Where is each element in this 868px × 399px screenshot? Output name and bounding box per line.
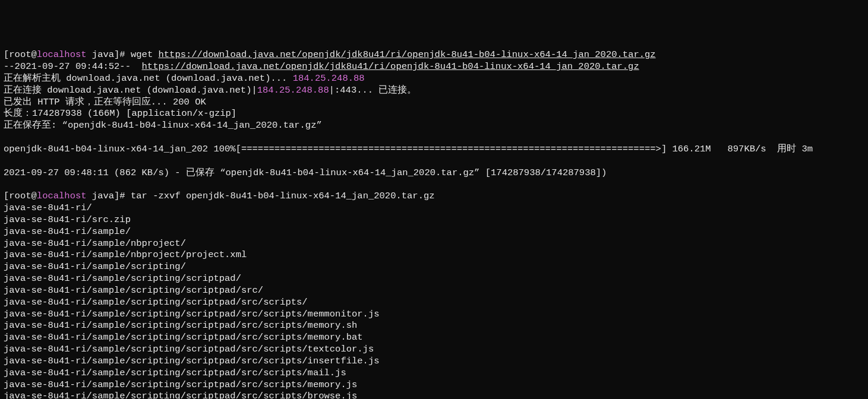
terminal-output[interactable]: [root@localhost java]# wget https://down…	[4, 49, 864, 399]
wget-connect-ip: 184.25.248.88	[257, 85, 329, 96]
blank-line-2	[4, 156, 864, 167]
wget-line-progress: openjdk-8u41-b04-linux-x64-14_jan_202 10…	[4, 144, 864, 156]
prompt-user: root	[9, 49, 31, 60]
tar-entry: java-se-8u41-ri/	[4, 202, 92, 213]
tar-entry: java-se-8u41-ri/sample/scripting/scriptp…	[4, 332, 363, 343]
wget-line-ts: --2021-09-27 09:44:52-- https://download…	[4, 61, 864, 73]
blank-line-1	[4, 132, 864, 144]
tar-entry: java-se-8u41-ri/sample/scripting/scriptp…	[4, 297, 308, 308]
tar-line-8: java-se-8u41-ri/sample/scripting/scriptp…	[4, 297, 864, 309]
wget-length: 长度：174287938 (166M) [application/x-gzip]	[4, 108, 236, 119]
prompt-at: @	[31, 191, 37, 201]
tar-entry: java-se-8u41-ri/sample/scripting/scriptp…	[4, 344, 374, 354]
tar-line-7: java-se-8u41-ri/sample/scripting/scriptp…	[4, 285, 864, 297]
prompt-host: localhost	[37, 49, 87, 60]
wget-line-connect: 正在连接 download.java.net (download.java.ne…	[4, 85, 864, 97]
tar-line-4: java-se-8u41-ri/sample/nbproject/project…	[4, 249, 864, 261]
tar-entry: java-se-8u41-ri/sample/scripting/	[4, 261, 186, 272]
tar-entry: java-se-8u41-ri/sample/scripting/scriptp…	[4, 356, 380, 366]
wget-line-length: 长度：174287938 (166M) [application/x-gzip]	[4, 108, 864, 120]
prompt-dir: java]#	[87, 191, 131, 201]
tar-line-13: java-se-8u41-ri/sample/scripting/scriptp…	[4, 356, 864, 368]
wget-line-http: 已发出 HTTP 请求，正在等待回应... 200 OK	[4, 97, 864, 109]
prompt-user: root	[9, 191, 31, 201]
tar-line-6: java-se-8u41-ri/sample/scripting/scriptp…	[4, 273, 864, 285]
wget-http-status: 已发出 HTTP 请求，正在等待回应... 200 OK	[4, 97, 206, 107]
prompt-dir: java]#	[87, 49, 131, 60]
tar-entry: java-se-8u41-ri/sample/scripting/scriptp…	[4, 379, 357, 390]
wget-connect-post: |:443... 已连接。	[329, 85, 417, 96]
tar-line-16: java-se-8u41-ri/sample/scripting/scriptp…	[4, 391, 864, 399]
tar-entry: java-se-8u41-ri/sample/scripting/scriptp…	[4, 368, 346, 378]
prompt-host: localhost	[37, 191, 87, 201]
prompt-at: @	[31, 49, 37, 60]
blank	[4, 156, 9, 166]
prompt-open: [	[4, 49, 9, 60]
tar-line-1: java-se-8u41-ri/src.zip	[4, 214, 864, 226]
command-text: wget	[131, 49, 159, 60]
tar-entry: java-se-8u41-ri/src.zip	[4, 214, 131, 225]
wget-url: https://download.java.net/openjdk/jdk8u4…	[142, 61, 639, 72]
wget-resolve-ip: 184.25.248.88	[293, 73, 365, 84]
blank	[4, 179, 9, 189]
wget-timestamp: --2021-09-27 09:44:52--	[4, 61, 142, 72]
tar-entry: java-se-8u41-ri/sample/scripting/scriptp…	[4, 309, 380, 319]
tar-entry: java-se-8u41-ri/sample/	[4, 226, 131, 237]
wget-progress-bar: openjdk-8u41-b04-linux-x64-14_jan_202 10…	[4, 144, 813, 154]
wget-saving: 正在保存至: “openjdk-8u41-b04-linux-x64-14_ja…	[4, 120, 322, 131]
tar-line-15: java-se-8u41-ri/sample/scripting/scriptp…	[4, 379, 864, 391]
tar-line-12: java-se-8u41-ri/sample/scripting/scriptp…	[4, 344, 864, 356]
wget-connect-text: 正在连接 download.java.net (download.java.ne…	[4, 85, 257, 96]
blank-line-3	[4, 179, 864, 191]
tar-entry: java-se-8u41-ri/sample/scripting/scriptp…	[4, 320, 357, 331]
tar-line-9: java-se-8u41-ri/sample/scripting/scriptp…	[4, 309, 864, 321]
command-text: tar -zxvf openjdk-8u41-b04-linux-x64-14_…	[131, 191, 435, 201]
wget-line-saving: 正在保存至: “openjdk-8u41-b04-linux-x64-14_ja…	[4, 120, 864, 132]
command-url: https://download.java.net/openjdk/jdk8u4…	[159, 49, 656, 60]
tar-entry: java-se-8u41-ri/sample/nbproject/	[4, 238, 186, 249]
tar-entry: java-se-8u41-ri/sample/scripting/scriptp…	[4, 273, 241, 284]
tar-line-10: java-se-8u41-ri/sample/scripting/scriptp…	[4, 320, 864, 332]
wget-resolve-text: 正在解析主机 download.java.net (download.java.…	[4, 73, 293, 84]
tar-entry: java-se-8u41-ri/sample/scripting/scriptp…	[4, 285, 263, 296]
tar-entry: java-se-8u41-ri/sample/nbproject/project…	[4, 249, 247, 260]
wget-done: 2021-09-27 09:48:11 (862 KB/s) - 已保存 “op…	[4, 167, 607, 178]
wget-line-resolve: 正在解析主机 download.java.net (download.java.…	[4, 73, 864, 85]
shell-prompt-2: [root@localhost java]# tar -zxvf openjdk…	[4, 191, 864, 202]
tar-line-0: java-se-8u41-ri/	[4, 202, 864, 214]
tar-entry: java-se-8u41-ri/sample/scripting/scriptp…	[4, 391, 357, 399]
prompt-open: [	[4, 191, 9, 201]
blank	[4, 132, 9, 142]
tar-line-11: java-se-8u41-ri/sample/scripting/scriptp…	[4, 332, 864, 344]
tar-line-5: java-se-8u41-ri/sample/scripting/	[4, 261, 864, 273]
tar-line-14: java-se-8u41-ri/sample/scripting/scriptp…	[4, 368, 864, 379]
wget-line-done: 2021-09-27 09:48:11 (862 KB/s) - 已保存 “op…	[4, 167, 864, 179]
tar-line-2: java-se-8u41-ri/sample/	[4, 226, 864, 238]
shell-prompt-1: [root@localhost java]# wget https://down…	[4, 49, 864, 61]
tar-line-3: java-se-8u41-ri/sample/nbproject/	[4, 238, 864, 250]
